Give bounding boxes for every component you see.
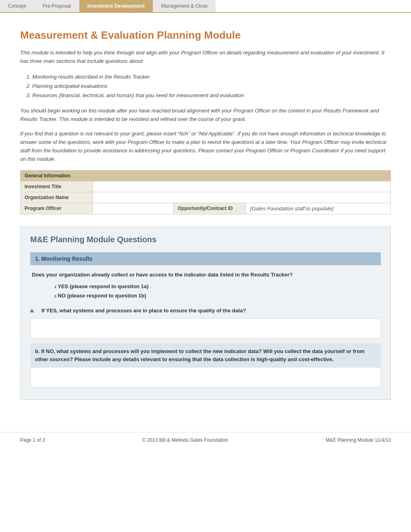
- option-yes: YES (please respond to question 1a): [54, 282, 381, 291]
- sub-b-container: b. If NO, what systems and processes wil…: [30, 343, 381, 367]
- general-info-table: General Information Investment Title Org…: [20, 170, 391, 214]
- investment-title-row: Investment Title: [21, 181, 391, 192]
- top-navigation: Concept Pre-Proposal Investment Developm…: [0, 0, 411, 13]
- contract-id-value: [Gates Foundation staff to populate]: [246, 203, 391, 214]
- nav-management-close[interactable]: Management & Close: [153, 0, 216, 12]
- sub-b-text: If NO, what systems and processes will y…: [35, 348, 365, 362]
- nav-concept[interactable]: Concept: [0, 0, 35, 12]
- section1-header: 1. Monitoring Results: [30, 252, 381, 265]
- org-name-value[interactable]: [93, 192, 391, 203]
- contract-id-label: Opportunity/Contract ID: [174, 203, 246, 214]
- investment-title-value[interactable]: [93, 181, 391, 192]
- investment-title-label: Investment Title: [21, 181, 93, 192]
- page-footer: Page 1 of 3 © 2013 Bill & Melinda Gates …: [0, 432, 411, 448]
- sub-a-text: If YES, what systems and processes are i…: [42, 308, 246, 314]
- option-no: NO (please respond to question 1b): [54, 291, 381, 300]
- sub-a-label: a.: [30, 308, 38, 314]
- intro-list: Monitoring results described in the Resu…: [32, 72, 391, 100]
- mande-section: M&E Planning Module Questions 1. Monitor…: [20, 227, 391, 400]
- org-name-label: Organization Name: [21, 192, 93, 203]
- footer-copyright: © 2013 Bill & Melinda Gates Foundation: [142, 437, 228, 443]
- sub-b-answer-box[interactable]: [30, 367, 381, 387]
- intro-paragraph-2: You should begin working on this module …: [20, 107, 391, 124]
- sub-a-answer-box[interactable]: [30, 318, 381, 339]
- intro-paragraph-1: This module is intended to help you thin…: [20, 49, 391, 66]
- section1-main-question: Does your organization already collect o…: [30, 272, 381, 278]
- section1-options: YES (please respond to question 1a) NO (…: [54, 282, 381, 301]
- nav-investment-development[interactable]: Investment Development: [79, 0, 153, 12]
- intro-list-item-3: Resources (financial, technical, and hum…: [32, 91, 391, 100]
- program-officer-value[interactable]: [93, 203, 174, 214]
- general-info-header: General Information: [21, 170, 391, 181]
- main-content: Measurement & Evaluation Planning Module…: [0, 13, 411, 428]
- mande-section-title: M&E Planning Module Questions: [30, 235, 381, 244]
- intro-list-item-1: Monitoring results described in the Resu…: [32, 72, 391, 81]
- intro-list-item-2: Planning anticipated evaluations: [32, 81, 391, 91]
- org-name-row: Organization Name: [21, 192, 391, 203]
- program-officer-label: Program Officer: [21, 203, 93, 214]
- sub-b-label: b.: [35, 348, 40, 354]
- program-officer-row: Program Officer Opportunity/Contract ID …: [21, 203, 391, 214]
- footer-module-name: M&E Planning Module 11/4/13: [326, 437, 391, 443]
- footer-page-info: Page 1 of 3: [20, 437, 45, 443]
- page-title: Measurement & Evaluation Planning Module: [20, 29, 391, 42]
- nav-pre-proposal[interactable]: Pre-Proposal: [35, 0, 79, 12]
- intro-paragraph-3: If you find that a question is not relev…: [20, 130, 391, 163]
